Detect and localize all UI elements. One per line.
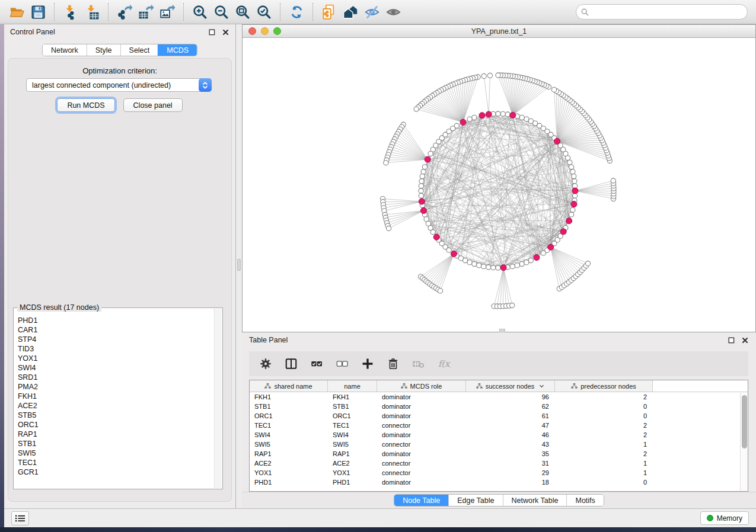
mcds-result-item[interactable]: SWI4 xyxy=(14,363,214,373)
cell-successor-nodes[interactable]: 61 xyxy=(466,411,555,421)
cell-name[interactable]: SWI5 xyxy=(328,440,377,449)
cell-MCDS-role[interactable]: connector xyxy=(377,459,466,468)
cell-predecessor-nodes[interactable]: 1 xyxy=(555,440,653,449)
cell-shared-name[interactable]: ORC1 xyxy=(250,411,328,421)
gear-button[interactable] xyxy=(259,357,273,371)
zoom-in-button[interactable] xyxy=(189,2,210,22)
export-image-button[interactable] xyxy=(157,2,178,22)
cell-name[interactable]: PHD1 xyxy=(328,477,377,487)
tab-network-table[interactable]: Network Table xyxy=(503,495,567,506)
tab-network[interactable]: Network xyxy=(43,44,87,56)
run-mcds-button[interactable]: Run MCDS xyxy=(57,98,114,112)
tab-select[interactable]: Select xyxy=(120,44,158,56)
delete-column-button[interactable] xyxy=(386,357,400,371)
cell-successor-nodes[interactable]: 46 xyxy=(466,430,555,440)
float-panel-icon[interactable] xyxy=(727,336,735,344)
cell-successor-nodes[interactable]: 43 xyxy=(466,440,555,449)
column-header-successor-nodes[interactable]: successor nodes xyxy=(466,380,555,392)
table-row[interactable]: PHD1PHD1dominator180 xyxy=(250,477,748,487)
cell-shared-name[interactable]: SWI5 xyxy=(250,440,328,449)
cell-successor-nodes[interactable]: 47 xyxy=(466,421,555,430)
table-scrollbar[interactable] xyxy=(740,393,748,491)
float-panel-icon[interactable] xyxy=(208,28,216,36)
cell-predecessor-nodes[interactable]: 0 xyxy=(555,411,653,421)
tab-mcds[interactable]: MCDS xyxy=(158,44,197,56)
cell-name[interactable]: RAP1 xyxy=(328,449,377,459)
cell-predecessor-nodes[interactable]: 1 xyxy=(555,468,653,477)
cell-MCDS-role[interactable]: dominator xyxy=(377,449,466,459)
cell-successor-nodes[interactable]: 35 xyxy=(466,449,555,459)
close-panel-button[interactable]: Close panel xyxy=(123,98,183,112)
cell-predecessor-nodes[interactable]: 0 xyxy=(555,402,653,411)
cell-name[interactable]: ACE2 xyxy=(328,459,377,468)
cell-shared-name[interactable]: TEC1 xyxy=(250,421,328,430)
cell-predecessor-nodes[interactable]: 2 xyxy=(555,421,653,430)
mcds-result-item[interactable]: SWI5 xyxy=(14,448,214,458)
cell-name[interactable]: SWI4 xyxy=(328,430,377,440)
cell-MCDS-role[interactable]: connector xyxy=(377,440,466,449)
refresh-view-button[interactable] xyxy=(286,2,307,22)
columns-button[interactable] xyxy=(284,357,298,371)
cell-predecessor-nodes[interactable]: 2 xyxy=(555,392,653,402)
export-table-button[interactable] xyxy=(135,2,157,22)
tab-style[interactable]: Style xyxy=(87,44,120,56)
table-row[interactable]: ACE2ACE2connector311 xyxy=(250,459,748,468)
cell-successor-nodes[interactable]: 29 xyxy=(466,468,555,477)
cell-MCDS-role[interactable]: dominator xyxy=(377,392,466,402)
search-input[interactable] xyxy=(589,6,747,18)
table-row[interactable]: SWI4SWI4dominator462 xyxy=(250,430,748,440)
cell-successor-nodes[interactable]: 31 xyxy=(466,459,555,468)
zoom-fit-button[interactable] xyxy=(232,2,253,22)
table-row[interactable]: TEC1TEC1connector472 xyxy=(250,421,748,430)
cell-shared-name[interactable]: SWI4 xyxy=(250,430,328,440)
table-row[interactable]: ORC1ORC1dominator610 xyxy=(250,411,748,421)
table-scrollbar-thumb[interactable] xyxy=(742,395,747,448)
mcds-result-item[interactable]: YOX1 xyxy=(14,354,214,363)
close-panel-icon[interactable] xyxy=(741,336,749,344)
cell-shared-name[interactable]: ACE2 xyxy=(250,459,328,468)
tab-edge-table[interactable]: Edge Table xyxy=(448,495,502,506)
mcds-result-item[interactable]: ORC1 xyxy=(14,420,214,430)
close-panel-icon[interactable] xyxy=(221,28,229,36)
column-header-MCDS-role[interactable]: MCDS role xyxy=(377,380,466,392)
network-canvas[interactable] xyxy=(243,38,755,332)
zoom-selected-button[interactable] xyxy=(253,2,275,22)
table-row[interactable]: FKH1FKH1dominator962 xyxy=(250,392,748,402)
mcds-result-item[interactable]: ACE2 xyxy=(14,401,214,411)
optimization-criterion-select[interactable]: largest connected component (undirected) xyxy=(26,78,212,92)
mcds-result-item[interactable]: GCR1 xyxy=(14,467,214,477)
column-header-predecessor-nodes[interactable]: predecessor nodes xyxy=(555,380,653,392)
clone-network-button[interactable] xyxy=(318,2,340,22)
cell-predecessor-nodes[interactable]: 2 xyxy=(555,449,653,459)
mcds-result-item[interactable]: FKH1 xyxy=(14,392,214,401)
cell-successor-nodes[interactable]: 96 xyxy=(466,392,555,402)
export-network-button[interactable] xyxy=(114,2,135,22)
cell-predecessor-nodes[interactable]: 2 xyxy=(555,430,653,440)
cell-MCDS-role[interactable]: dominator xyxy=(377,402,466,411)
mcds-result-item[interactable]: PMA2 xyxy=(14,382,214,392)
cell-MCDS-role[interactable]: dominator xyxy=(377,430,466,440)
table-row[interactable]: RAP1RAP1dominator352 xyxy=(250,449,748,459)
cell-shared-name[interactable]: YOX1 xyxy=(250,468,328,477)
cell-shared-name[interactable]: STB1 xyxy=(250,402,328,411)
select-all-button[interactable] xyxy=(310,357,324,371)
cell-MCDS-role[interactable]: connector xyxy=(377,421,466,430)
task-history-button[interactable] xyxy=(11,511,29,525)
cell-shared-name[interactable]: FKH1 xyxy=(250,392,328,402)
cell-successor-nodes[interactable]: 62 xyxy=(466,402,555,411)
cell-successor-nodes[interactable]: 18 xyxy=(466,477,555,487)
mcds-result-item[interactable]: TEC1 xyxy=(14,458,214,467)
table-row[interactable]: YOX1YOX1connector291 xyxy=(250,468,748,477)
import-table-button[interactable] xyxy=(81,2,103,22)
mcds-result-item[interactable]: STB5 xyxy=(14,411,214,420)
mcds-result-item[interactable]: STB1 xyxy=(14,439,214,448)
column-header-shared-name[interactable]: shared name xyxy=(250,380,328,392)
cell-name[interactable]: STB1 xyxy=(328,402,377,411)
cell-name[interactable]: FKH1 xyxy=(328,392,377,402)
show-all-button[interactable] xyxy=(382,2,404,22)
tab-node-table[interactable]: Node Table xyxy=(394,495,448,506)
network-window-titlebar[interactable]: YPA_prune.txt_1 xyxy=(243,25,755,38)
cell-MCDS-role[interactable]: connector xyxy=(377,468,466,477)
panel-splitter[interactable] xyxy=(236,24,242,508)
search-field[interactable] xyxy=(576,4,748,20)
